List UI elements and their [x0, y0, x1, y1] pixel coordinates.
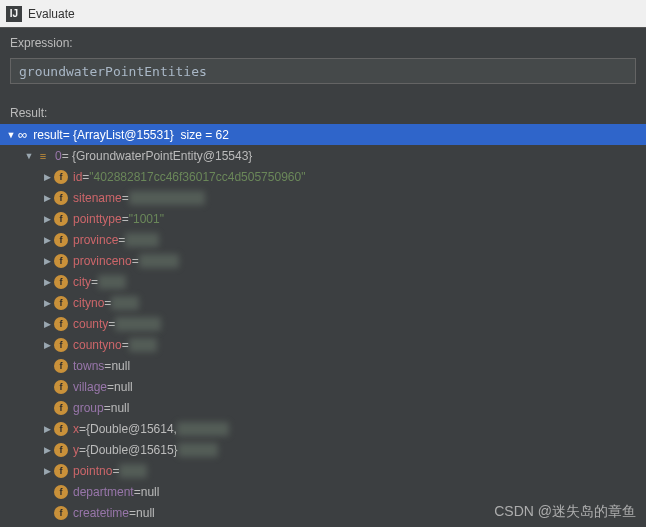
field-icon: f: [54, 191, 68, 205]
index-label: 0: [55, 149, 62, 163]
chevron-right-icon[interactable]: ▶: [40, 214, 54, 224]
chevron-right-icon[interactable]: ▶: [40, 256, 54, 266]
field-village[interactable]: fvillage = null: [0, 376, 646, 397]
field-icon: f: [54, 338, 68, 352]
expression-input[interactable]: groundwaterPointEntities: [10, 58, 636, 84]
field-name: createtime: [73, 506, 129, 520]
field-icon: f: [54, 464, 68, 478]
field-provinceno[interactable]: ▶fprovinceno = xxxxxx: [0, 250, 646, 271]
field-name: towns: [73, 359, 104, 373]
field-name: city: [73, 275, 91, 289]
chevron-right-icon[interactable]: ▶: [40, 466, 54, 476]
watermark: CSDN @迷失岛的章鱼: [494, 503, 636, 521]
field-name: countyno: [73, 338, 122, 352]
result-tree[interactable]: ▼result = {ArrayList@15531} size = 62▼≡0…: [0, 124, 646, 523]
field-countyno[interactable]: ▶fcountyno = xxxx: [0, 334, 646, 355]
field-icon: f: [54, 422, 68, 436]
field-name: department: [73, 485, 134, 499]
field-icon: f: [54, 254, 68, 268]
object-icon: [18, 127, 33, 142]
chevron-down-icon[interactable]: ▼: [4, 130, 18, 140]
field-pointno[interactable]: ▶fpointno = xxxx: [0, 460, 646, 481]
field-name: id: [73, 170, 82, 184]
field-icon: f: [54, 485, 68, 499]
chevron-right-icon[interactable]: ▶: [40, 424, 54, 434]
field-name: county: [73, 317, 108, 331]
result-label: Result:: [0, 98, 646, 124]
field-icon: f: [54, 170, 68, 184]
field-icon: f: [54, 443, 68, 457]
chevron-right-icon[interactable]: ▶: [40, 298, 54, 308]
field-name: pointno: [73, 464, 112, 478]
field-name: sitename: [73, 191, 122, 205]
field-icon: f: [54, 317, 68, 331]
field-id[interactable]: ▶fid = "402882817cc46f36017cc4d505750960…: [0, 166, 646, 187]
window-title: Evaluate: [28, 7, 75, 21]
field-icon: f: [54, 275, 68, 289]
chevron-right-icon[interactable]: ▶: [40, 319, 54, 329]
field-icon: f: [54, 296, 68, 310]
field-icon: f: [54, 506, 68, 520]
title-bar: IJ Evaluate: [0, 0, 646, 28]
field-name: pointtype: [73, 212, 122, 226]
field-icon: f: [54, 401, 68, 415]
field-name: group: [73, 401, 104, 415]
element-icon: ≡: [36, 149, 50, 163]
field-cityno[interactable]: ▶fcityno = xxxx: [0, 292, 646, 313]
field-sitename[interactable]: ▶fsitename = xxxxxxxxxxxx: [0, 187, 646, 208]
chevron-right-icon[interactable]: ▶: [40, 172, 54, 182]
field-icon: f: [54, 359, 68, 373]
chevron-right-icon[interactable]: ▶: [40, 193, 54, 203]
field-province[interactable]: ▶fprovince = xxxxx: [0, 229, 646, 250]
chevron-right-icon[interactable]: ▶: [40, 445, 54, 455]
chevron-right-icon[interactable]: ▶: [40, 235, 54, 245]
field-name: cityno: [73, 296, 104, 310]
expression-value: groundwaterPointEntities: [19, 64, 207, 79]
field-name: province: [73, 233, 118, 247]
field-department[interactable]: fdepartment = null: [0, 481, 646, 502]
field-name: village: [73, 380, 107, 394]
field-icon: f: [54, 380, 68, 394]
app-icon: IJ: [6, 6, 22, 22]
field-icon: f: [54, 212, 68, 226]
list-item-0[interactable]: ▼≡0 = {GroundwaterPointEntity@15543}: [0, 145, 646, 166]
field-county[interactable]: ▶fcounty = xxxxxxx: [0, 313, 646, 334]
field-name: provinceno: [73, 254, 132, 268]
field-pointtype[interactable]: ▶fpointtype = "1001": [0, 208, 646, 229]
field-towns[interactable]: ftowns = null: [0, 355, 646, 376]
field-icon: f: [54, 233, 68, 247]
chevron-right-icon[interactable]: ▶: [40, 340, 54, 350]
field-group[interactable]: fgroup = null: [0, 397, 646, 418]
field-y[interactable]: ▶fy = {Double@15615} xxxxxx: [0, 439, 646, 460]
field-city[interactable]: ▶fcity = xxxx: [0, 271, 646, 292]
variable-name: result: [33, 128, 62, 142]
expression-label: Expression:: [0, 28, 646, 54]
field-x[interactable]: ▶fx = {Double@15614, xxxxxxxx: [0, 418, 646, 439]
result-root[interactable]: ▼result = {ArrayList@15531} size = 62: [0, 124, 646, 145]
chevron-down-icon[interactable]: ▼: [22, 151, 36, 161]
chevron-right-icon[interactable]: ▶: [40, 277, 54, 287]
